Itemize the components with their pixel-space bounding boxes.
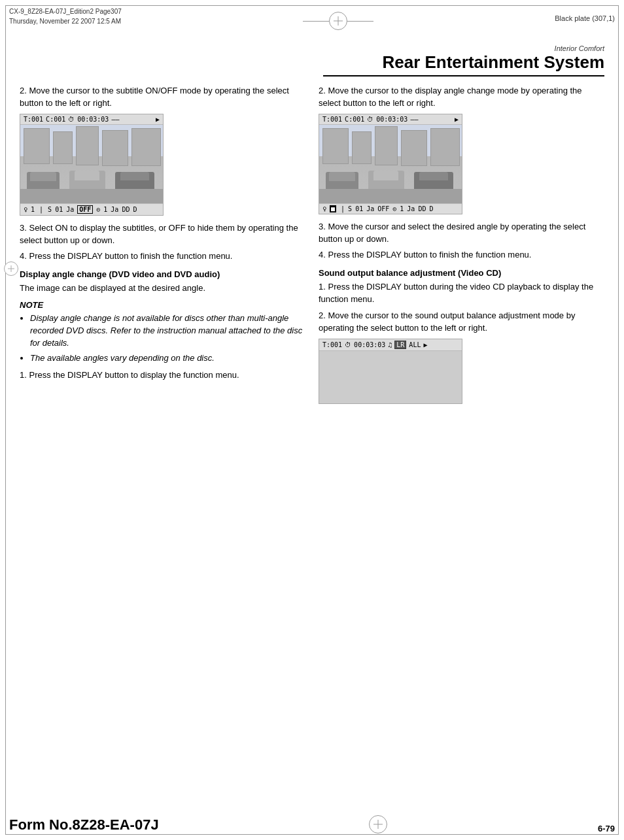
left-step1b: 1. Press the DISPLAY button to display t…	[20, 369, 305, 382]
right-step2-text: Move the cursor to the display angle cha…	[319, 86, 582, 108]
dvd-dd-r: DD	[418, 205, 426, 212]
building-3	[76, 126, 99, 165]
page-header: CX-9_8Z28-EA-07J_Edition2 Page307 Thursd…	[9, 7, 615, 36]
left-step4-num: 4.	[20, 251, 27, 261]
heading-angle: Display angle change (DVD video and DVD …	[20, 269, 305, 279]
dvd-time-left: 00:03:03	[77, 116, 109, 123]
content-area: 2. Move the cursor to the subtitle ON/OF…	[20, 85, 604, 788]
street-scene-left	[20, 125, 163, 203]
car-r1	[326, 172, 358, 190]
dvd-sub-icon-r: ♀	[322, 205, 326, 212]
right-step4-num: 4.	[319, 250, 326, 260]
dvd-ja2: Ja	[111, 206, 118, 213]
dvd-c-left: C:001	[46, 116, 65, 123]
building-r4	[401, 130, 427, 166]
right-step2-num: 2.	[319, 86, 326, 95]
right-step3-text: Move the cursor and select the desired a…	[319, 222, 585, 244]
right-step3: 3. Move the cursor and select the desire…	[319, 221, 604, 246]
header-rule-left	[303, 21, 329, 22]
left-step4: 4. Press the DISPLAY button to finish th…	[20, 250, 305, 263]
dvd-dash-left: ——	[111, 116, 119, 123]
car-r2	[368, 171, 404, 190]
title-rule	[323, 75, 604, 76]
building-r5	[430, 128, 460, 166]
car-r3	[414, 172, 453, 190]
right-step2b: 2. Move the cursor to the sound output b…	[319, 310, 604, 335]
footer-circle	[369, 815, 387, 833]
building-5	[131, 128, 161, 166]
building-1	[24, 128, 50, 164]
dvd-s-num: 01	[55, 206, 63, 213]
dvd-d-r: D	[429, 205, 433, 212]
crosshair-margin-icon	[8, 265, 14, 272]
dvd-image-right	[319, 125, 462, 203]
right-step1-num: 1.	[319, 282, 326, 292]
note-heading: NOTE	[20, 300, 305, 310]
building-r3	[375, 126, 398, 165]
dvd-c-right: C:001	[345, 116, 364, 123]
building-r2	[352, 131, 372, 164]
dvd-screen-right: T:001 C:001 ⏱ 00:03:03 —— ▶	[319, 114, 462, 214]
dvd-off-box: OFF	[77, 205, 93, 214]
dvd-angle-num: 1	[103, 206, 107, 213]
vcd-top-bar: T:001 ⏱ 00:03:03 ♫ LR ALL ▶	[319, 339, 462, 351]
right-step1: 1. Press the DISPLAY button during the v…	[319, 281, 604, 306]
left-step3: 3. Select ON to display the subtitles, o…	[20, 222, 305, 247]
car-2	[69, 171, 105, 190]
dvd-s-icon-r2: S	[348, 205, 352, 212]
dvd-circle-icon: ⊙	[96, 206, 100, 213]
right-step2b-text: Move the cursor to the sound output bala…	[319, 311, 575, 333]
right-step2: 2. Move the cursor to the display angle …	[319, 85, 604, 110]
building-r1	[322, 128, 349, 164]
dvd-sub-num: 1	[31, 206, 35, 213]
right-step4: 4. Press the DISPLAY button to finish th…	[319, 249, 604, 261]
dvd-angle-num-r: 1	[400, 205, 404, 212]
dvd-off-r: OFF	[377, 205, 389, 212]
dvd-clock-icon-right: ⏱	[367, 116, 373, 123]
header-left: CX-9_8Z28-EA-07J_Edition2 Page307 Thursd…	[9, 7, 122, 26]
right-step4-text: Press the DISPLAY button to finish the f…	[328, 250, 531, 260]
left-step3-text: Select ON to display the subtitles, or O…	[20, 223, 298, 245]
dvd-time-right: 00:03:03	[376, 116, 407, 123]
dvd-bottom-bar-right: ♀ ■ | S 01 Ja OFF ⊙ 1 Ja DD D	[319, 203, 462, 214]
heading-sound: Sound output balance adjustment (Video C…	[319, 268, 604, 278]
margin-circle-1	[4, 261, 18, 276]
vcd-all: ALL	[409, 341, 421, 348]
dvd-s-num-r: 01	[355, 205, 363, 212]
vcd-play: ▶	[423, 341, 427, 348]
vcd-screen: T:001 ⏱ 00:03:03 ♫ LR ALL ▶	[319, 339, 462, 404]
vcd-image-area	[319, 351, 462, 403]
dvd-s-icon: S	[48, 206, 52, 213]
right-step1-text: Press the DISPLAY button during the vide…	[319, 282, 593, 304]
dvd-clock-icon-left: ⏱	[68, 116, 75, 123]
vcd-t: T:001	[322, 341, 342, 348]
dvd-dash-right: ——	[410, 116, 418, 123]
left-step2: 2. Move the cursor to the subtitle ON/OF…	[20, 85, 305, 110]
dvd-sub-sep: |	[39, 206, 43, 213]
left-step1b-text: Press the DISPLAY button to display the …	[29, 370, 239, 380]
building-2	[53, 131, 73, 164]
dvd-dd: DD	[122, 206, 130, 213]
title-main: Rear Entertainment System	[323, 52, 604, 73]
dvd-top-bar-right: T:001 C:001 ⏱ 00:03:03 —— ▶	[319, 114, 462, 125]
right-step2b-num: 2.	[319, 311, 326, 320]
vcd-lr: LR	[394, 341, 406, 349]
form-number: Form No.8Z28-EA-07J	[9, 816, 159, 833]
dvd-d: D	[133, 206, 137, 213]
dvd-screen-left: T:001 C:001 ⏱ 00:03:03 —— ▶	[20, 114, 164, 216]
crosshair-icon	[334, 16, 343, 25]
right-column: 2. Move the cursor to the display angle …	[319, 85, 604, 788]
dvd-ja2-r: Ja	[407, 205, 415, 212]
header-line1: CX-9_8Z28-EA-07J_Edition2 Page307	[9, 7, 122, 16]
building-4	[102, 130, 128, 166]
crosshair-footer-icon	[373, 820, 383, 829]
left-step1b-num: 1.	[20, 370, 27, 380]
car-1	[27, 172, 60, 190]
dvd-image-left	[20, 125, 163, 203]
road-right	[319, 189, 462, 203]
para-angle: The image can be displayed at the desire…	[20, 282, 305, 295]
dvd-s-icon-r: |	[341, 205, 345, 212]
title-category: Interior Comfort	[323, 44, 604, 52]
note-item-1: Display angle change is not available fo…	[30, 312, 305, 350]
dvd-play-left: ▶	[156, 116, 160, 123]
